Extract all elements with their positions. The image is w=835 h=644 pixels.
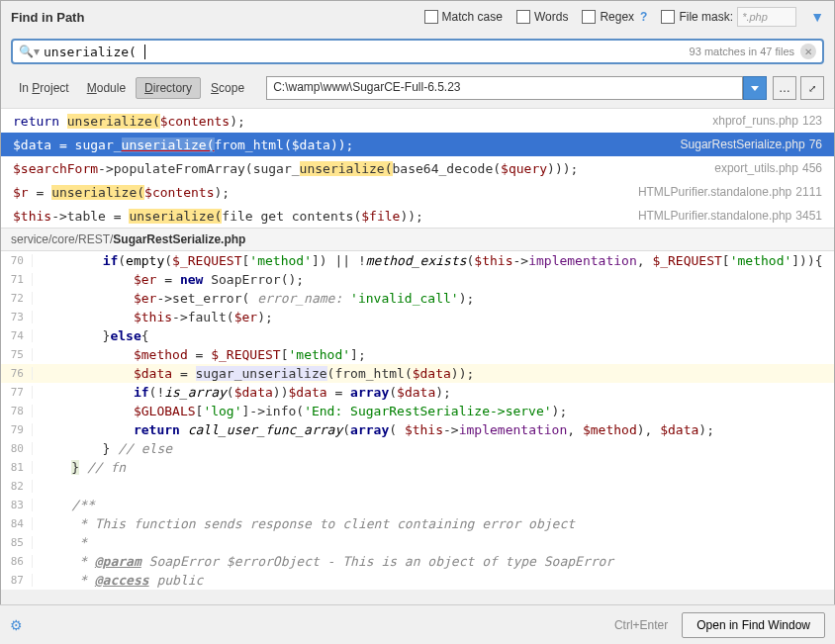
code-line: 83 /**: [1, 496, 834, 514]
regex-help-icon[interactable]: ?: [640, 10, 647, 24]
recursive-toggle[interactable]: ⤢: [800, 76, 824, 100]
filter-icon[interactable]: ▼: [810, 9, 824, 25]
regex-checkbox[interactable]: Regex?: [582, 10, 647, 24]
code-line: 76 $data = sugar_unserialize(from_html($…: [1, 364, 834, 383]
code-line: 71 $er = new SoapError();: [1, 270, 834, 289]
dialog-title: Find in Path: [11, 10, 84, 25]
code-line: 87 * @access public: [1, 571, 834, 590]
file-mask-input[interactable]: *.php: [737, 7, 796, 27]
tab-directory[interactable]: Directory: [136, 77, 201, 99]
code-line: 75 $method = $_REQUEST['method'];: [1, 345, 834, 364]
shortcut-hint: Ctrl+Enter: [614, 618, 668, 632]
code-line: 84 * This function sends response to cli…: [1, 514, 834, 533]
code-line: 82: [1, 477, 834, 496]
chevron-down-icon: [751, 86, 759, 91]
code-line: 85 *: [1, 533, 834, 552]
search-input[interactable]: 🔍▾ unserialize( 93 matches in 47 files ✕: [11, 39, 824, 64]
search-icon: 🔍▾: [19, 45, 40, 58]
code-preview[interactable]: 70 if(empty($_REQUEST['method']) || !met…: [1, 251, 834, 590]
results-list: return unserialize($contents);xhprof_run…: [1, 108, 834, 228]
path-dropdown-button[interactable]: [743, 76, 767, 100]
code-line: 72 $er->set_error( error_name: 'invalid_…: [1, 289, 834, 308]
words-checkbox[interactable]: Words: [516, 10, 568, 24]
code-line: 73 $this->fault($er);: [1, 308, 834, 326]
code-line: 86 * @param SoapError $errorObject - Thi…: [1, 552, 834, 571]
directory-path-input[interactable]: C:\wamp\www\SugarCE-Full-6.5.23: [266, 76, 743, 100]
scope-row: In Project Module Directory Scope C:\wam…: [1, 70, 834, 108]
match-case-checkbox[interactable]: Match case: [424, 10, 503, 24]
preview-file-path: service/core/REST/SugarRestSerialize.php: [1, 228, 834, 251]
result-row[interactable]: return unserialize($contents);xhprof_run…: [1, 109, 834, 133]
code-line: 70 if(empty($_REQUEST['method']) || !met…: [1, 251, 834, 270]
result-row[interactable]: $this->table = unserialize(file get cont…: [1, 204, 834, 228]
code-line: 78 $GLOBALS['log']->info('End: SugarRest…: [1, 402, 834, 420]
match-count: 93 matches in 47 files: [690, 46, 794, 57]
code-line: 81 } // fn: [1, 458, 834, 477]
clear-search-icon[interactable]: ✕: [800, 44, 816, 59]
open-in-find-window-button[interactable]: Open in Find Window: [682, 612, 825, 638]
result-row[interactable]: $r = unserialize($contents);HTMLPurifier…: [1, 180, 834, 204]
browse-button[interactable]: …: [773, 76, 796, 100]
result-row[interactable]: $data = sugar_unserialize(from_html($dat…: [1, 133, 834, 156]
code-line: 79 return call_user_func_array(array( $t…: [1, 420, 834, 439]
tab-scope[interactable]: Scope: [203, 78, 252, 98]
file-mask-checkbox[interactable]: File mask:: [661, 10, 733, 24]
result-row[interactable]: $searchForm->populateFromArray(sugar_uns…: [1, 156, 834, 180]
title-bar: Find in Path Match case Words Regex? Fil…: [1, 1, 834, 33]
status-bar: ⚙ Ctrl+Enter Open in Find Window: [0, 604, 835, 644]
gear-icon[interactable]: ⚙: [10, 617, 23, 633]
code-line: 77 if(!is_array($data))$data = array($da…: [1, 383, 834, 402]
search-query: unserialize(: [44, 45, 684, 59]
code-line: 80 } // else: [1, 439, 834, 458]
tab-project[interactable]: In Project: [11, 78, 77, 98]
tab-module[interactable]: Module: [79, 78, 134, 98]
code-line: 74 }else{: [1, 326, 834, 345]
